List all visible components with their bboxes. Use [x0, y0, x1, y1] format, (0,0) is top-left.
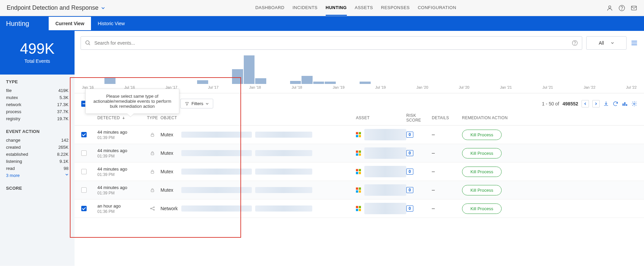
- facet-item[interactable]: file419K: [6, 87, 68, 94]
- chevron-down-icon: [205, 102, 209, 105]
- svg-rect-9: [626, 104, 627, 106]
- histogram-bar[interactable]: [255, 78, 266, 84]
- table-row[interactable]: 44 minutes ago01:39 PMMutex0–Kill Proces…: [75, 126, 644, 144]
- facet-item[interactable]: created265K: [6, 144, 68, 151]
- facet-event-action: EVENT ACTION change142created265Kestabli…: [0, 124, 75, 181]
- risk-score: 0: [406, 132, 413, 138]
- detected-clock: 01:39 PM: [97, 172, 144, 177]
- table-row[interactable]: 44 minutes ago01:39 PMMutex0–Kill Proces…: [75, 163, 644, 181]
- scope-select[interactable]: All: [586, 36, 627, 50]
- detected-time: 44 minutes ago: [97, 167, 144, 172]
- tooltip-text: Please select same type of actionable/re…: [93, 94, 171, 109]
- table-row[interactable]: 44 minutes ago01:39 PMMutex0–Kill Proces…: [75, 181, 644, 199]
- tooltip: Please select same type of actionable/re…: [85, 89, 179, 114]
- prev-page-button[interactable]: [582, 100, 589, 107]
- menu-icon[interactable]: [631, 39, 638, 47]
- object-value-redacted: [181, 132, 252, 138]
- table-row[interactable]: an hour ago01:36 PMNetwork0–Kill Process: [75, 199, 644, 218]
- settings-icon[interactable]: [631, 101, 637, 107]
- table-row[interactable]: 44 minutes ago01:39 PMMutex0–Kill Proces…: [75, 144, 644, 163]
- col-object[interactable]: OBJECT: [160, 113, 181, 123]
- histogram-bar[interactable]: [244, 55, 255, 84]
- facet-item[interactable]: established8.22K: [6, 151, 68, 158]
- type-icon: [144, 169, 160, 174]
- search-input[interactable]: [94, 40, 572, 46]
- histogram-bar[interactable]: [104, 78, 116, 84]
- col-remediation[interactable]: REMEDIATION ACTION: [462, 113, 522, 123]
- next-page-button[interactable]: [592, 100, 600, 107]
- detected-clock: 01:39 PM: [97, 154, 144, 158]
- asset-redacted: [364, 147, 406, 159]
- download-icon[interactable]: [603, 101, 609, 107]
- risk-score: 0: [406, 205, 413, 212]
- event-histogram[interactable]: Jan '16Jul '16Jan '17Jul '17Jan '18Jul '…: [75, 53, 644, 93]
- object-type: Mutex: [160, 169, 173, 174]
- facet-score: SCORE: [0, 181, 75, 195]
- search-field[interactable]: [81, 36, 582, 50]
- facet-item[interactable]: read98: [6, 165, 68, 172]
- svg-rect-36: [356, 209, 358, 211]
- object-type: Mutex: [160, 150, 173, 156]
- topnav-item[interactable]: DASHBOARD: [255, 0, 284, 16]
- histogram-bar[interactable]: [197, 80, 208, 84]
- detected-time: 44 minutes ago: [97, 130, 144, 135]
- histogram-bar[interactable]: [290, 81, 301, 84]
- col-details[interactable]: DETAILS: [432, 113, 462, 123]
- svg-rect-35: [359, 206, 361, 208]
- col-risk-score[interactable]: RISK SCORE: [406, 113, 432, 123]
- facet-item[interactable]: registry19.7K: [6, 115, 68, 122]
- svg-point-4: [86, 41, 89, 44]
- histogram-bar[interactable]: [313, 82, 324, 84]
- row-checkbox[interactable]: [81, 187, 87, 193]
- topnav-item[interactable]: CONFIGURATION: [418, 0, 456, 16]
- topnav-item[interactable]: ASSETS: [355, 0, 373, 16]
- col-type[interactable]: TYPE: [144, 113, 160, 123]
- user-icon[interactable]: [606, 5, 613, 11]
- mail-icon[interactable]: [631, 5, 637, 11]
- col-asset[interactable]: ASSET: [356, 113, 406, 123]
- axis-label: Jul '21: [543, 85, 553, 89]
- row-checkbox[interactable]: [81, 169, 87, 174]
- kill-process-button[interactable]: Kill Process: [462, 167, 502, 177]
- topnav-item[interactable]: RESPONSES: [381, 0, 410, 16]
- chart-icon[interactable]: [622, 101, 628, 107]
- axis-label: Jan '21: [500, 85, 512, 89]
- facet-item[interactable]: process37.7K: [6, 108, 68, 115]
- object-type: Mutex: [160, 187, 173, 193]
- row-checkbox[interactable]: [81, 206, 87, 211]
- topnav-item[interactable]: HUNTING: [326, 0, 347, 16]
- kill-process-button[interactable]: Kill Process: [462, 130, 502, 140]
- topnav-item[interactable]: INCIDENTS: [292, 0, 318, 16]
- histogram-bar[interactable]: [302, 76, 313, 84]
- tab[interactable]: Current View: [49, 17, 91, 30]
- facet-item[interactable]: network17.3K: [6, 101, 68, 108]
- kill-process-button[interactable]: Kill Process: [462, 203, 502, 214]
- svg-rect-25: [359, 172, 361, 174]
- kill-process-button[interactable]: Kill Process: [462, 148, 502, 158]
- histogram-bar[interactable]: [360, 82, 371, 84]
- facet-item[interactable]: change142: [6, 137, 68, 144]
- axis-label: Jul '19: [375, 85, 385, 89]
- kill-process-button[interactable]: Kill Process: [462, 185, 502, 195]
- refresh-icon[interactable]: [612, 101, 618, 107]
- object-value-redacted: [255, 169, 312, 175]
- help-icon[interactable]: [572, 40, 578, 46]
- col-detected[interactable]: DETECTED: [97, 113, 144, 123]
- histogram-bar[interactable]: [232, 69, 243, 84]
- facet-item[interactable]: mutex5.3K: [6, 94, 68, 101]
- tab[interactable]: Historic View: [91, 17, 132, 30]
- facet-more-link[interactable]: 3 more: [6, 172, 68, 179]
- svg-point-6: [575, 44, 575, 45]
- svg-point-0: [609, 6, 611, 8]
- svg-rect-7: [623, 103, 624, 106]
- svg-point-31: [150, 208, 151, 209]
- facet-item[interactable]: listening9.1K: [6, 158, 68, 165]
- filters-button[interactable]: Filters: [180, 99, 213, 108]
- row-checkbox[interactable]: [81, 150, 87, 156]
- row-checkbox[interactable]: [81, 132, 87, 137]
- svg-point-10: [634, 103, 635, 104]
- chevron-down-icon[interactable]: [101, 6, 105, 10]
- help-icon[interactable]: [618, 5, 625, 11]
- histogram-bar[interactable]: [325, 82, 336, 84]
- object-value-redacted: [255, 132, 312, 138]
